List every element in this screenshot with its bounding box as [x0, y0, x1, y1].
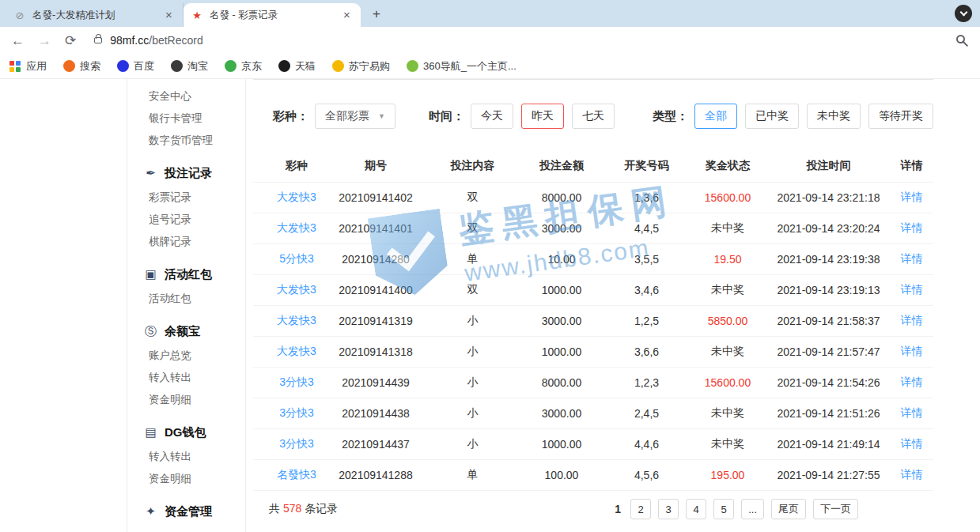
bookmark-label: 天猫: [295, 59, 316, 74]
bet-content: 单: [427, 468, 518, 482]
back-icon[interactable]: ←: [11, 34, 25, 47]
column-header: 期号: [324, 159, 427, 173]
tab-close-icon[interactable]: ×: [162, 9, 176, 22]
draw-numbers: 3,5,5: [605, 253, 688, 266]
browser-menu-button[interactable]: [955, 5, 972, 22]
360-favicon: [407, 60, 418, 72]
draw-numbers: 3,4,6: [605, 284, 688, 296]
sidebar-item[interactable]: 安全中心: [149, 85, 245, 108]
bet-amount: 3000.00: [518, 407, 605, 420]
bookmark-label: 淘宝: [187, 59, 208, 74]
detail-link[interactable]: 详情: [890, 375, 933, 390]
sidebar-section[interactable]: Ⓢ余额宝: [144, 318, 245, 345]
bookmark-label: 搜索: [80, 59, 100, 74]
sidebar-item-label: 银行卡管理: [149, 111, 202, 126]
forward-icon[interactable]: →: [38, 34, 51, 47]
page-button[interactable]: 5: [713, 499, 734, 519]
wallet-icon: ▤: [144, 425, 157, 440]
bookmark-label: 百度: [134, 59, 154, 74]
key-icon[interactable]: [956, 35, 969, 46]
time-filter-button[interactable]: 今天: [471, 104, 513, 129]
sidebar-item[interactable]: 追号记录: [149, 209, 245, 231]
prize-status: 未中奖: [688, 221, 767, 236]
page-button[interactable]: ...: [741, 499, 764, 519]
detail-link[interactable]: 详情: [890, 314, 933, 328]
detail-link[interactable]: 详情: [890, 221, 933, 236]
detail-link[interactable]: 详情: [890, 345, 933, 359]
lottery-select[interactable]: 全部彩票 ▼: [315, 104, 395, 129]
bet-amount: 3000.00: [518, 222, 605, 235]
sidebar-item[interactable]: 活动红包: [149, 288, 245, 310]
bet-content: 双: [427, 221, 518, 236]
bet-time: 2021-09-14 23:20:24: [767, 222, 890, 235]
browser-tab-plan[interactable]: ⊘ 名發-大发精准计划 ×: [6, 3, 184, 27]
bookmark-item[interactable]: 天猫: [278, 59, 316, 74]
bookmark-item[interactable]: 苏宁易购: [332, 59, 390, 74]
bet-content: 双: [427, 191, 518, 205]
lock-icon: [94, 37, 102, 43]
tab-favicon-icon: ★: [191, 9, 203, 21]
sidebar-section[interactable]: ▤DG钱包: [144, 419, 245, 446]
sidebar-item-label: 安全中心: [149, 89, 191, 104]
lottery-name: 大发快3: [269, 221, 324, 236]
sidebar-section[interactable]: ✒投注记录: [144, 160, 245, 187]
issue-number: 20210914280: [324, 253, 427, 266]
time-filter-button[interactable]: 昨天: [521, 104, 564, 129]
browser-tab-bet-record[interactable]: ★ 名發 - 彩票记录 ×: [184, 3, 361, 27]
prize-status: 未中奖: [688, 406, 767, 421]
bookmark-item[interactable]: 360导航_一个主页...: [407, 59, 516, 74]
detail-link[interactable]: 详情: [890, 468, 933, 482]
sidebar-section[interactable]: ▣活动红包: [144, 261, 245, 288]
bookmark-item[interactable]: 京东: [225, 59, 262, 74]
time-filter-group: 今天昨天七天: [471, 104, 615, 129]
tab-close-icon[interactable]: ×: [340, 9, 354, 22]
sidebar-item[interactable]: 账户总览: [149, 345, 245, 367]
lottery-name: 名發快3: [269, 468, 324, 482]
detail-link[interactable]: 详情: [890, 191, 933, 205]
detail-link[interactable]: 详情: [890, 252, 933, 266]
bookmarks-bar: 应用 搜索百度淘宝京东天猫苏宁易购360导航_一个主页...: [0, 54, 980, 79]
sidebar-item-label: 数字货币管理: [149, 134, 213, 148]
type-filter-button[interactable]: 全部: [694, 104, 737, 129]
reload-icon[interactable]: ⟳: [65, 34, 76, 47]
sidebar-item[interactable]: 转入转出: [149, 446, 245, 468]
bookmark-item[interactable]: 百度: [117, 59, 154, 74]
bookmark-item[interactable]: 搜索: [63, 59, 100, 74]
sidebar-item-label: 资金明细: [149, 393, 191, 407]
sidebar-item[interactable]: 转入转出: [149, 367, 245, 389]
page-button[interactable]: 2: [630, 499, 651, 519]
detail-link[interactable]: 详情: [890, 283, 933, 297]
bet-content: 双: [427, 283, 518, 297]
type-filter-button[interactable]: 已中奖: [745, 104, 799, 129]
url-text[interactable]: 98mf.cc/betRecord: [110, 34, 203, 47]
page-button[interactable]: 3: [658, 499, 679, 519]
apps-button[interactable]: 应用: [9, 59, 47, 74]
detail-link[interactable]: 详情: [890, 406, 933, 421]
sidebar-item[interactable]: 数字货币管理: [149, 130, 245, 152]
sidebar: 安全中心银行卡管理数字货币管理✒投注记录彩票记录追号记录棋牌记录▣活动红包活动红…: [127, 79, 246, 532]
table-row: 5分快320210914280单10.003,5,519.502021-09-1…: [253, 244, 933, 275]
bet-content: 小: [427, 314, 518, 328]
column-header: 投注时间: [767, 159, 890, 173]
pagination-bar: 共578条记录 12345...尾页下一页: [253, 491, 933, 527]
new-tab-button[interactable]: +: [366, 4, 387, 25]
bet-amount: 1000.00: [518, 345, 605, 358]
bet-time: 2021-09-14 21:49:14: [767, 438, 890, 451]
type-filter-button[interactable]: 等待开奖: [868, 104, 933, 129]
page-button[interactable]: 下一页: [813, 499, 858, 519]
bookmark-item[interactable]: 淘宝: [171, 59, 208, 74]
page-button[interactable]: 尾页: [771, 499, 806, 519]
detail-link[interactable]: 详情: [890, 437, 933, 451]
sidebar-item[interactable]: 棋牌记录: [149, 231, 245, 253]
sidebar-item[interactable]: 银行卡管理: [149, 108, 245, 130]
type-filter-button[interactable]: 未中奖: [807, 104, 861, 129]
sidebar-item[interactable]: 彩票记录: [149, 187, 245, 209]
sidebar-item-label: 活动红包: [165, 267, 212, 282]
baidu-favicon: [117, 60, 129, 72]
time-filter-button[interactable]: 七天: [572, 104, 615, 129]
sidebar-item[interactable]: 资金明细: [149, 389, 245, 411]
sidebar-item[interactable]: 资金明细: [149, 468, 245, 490]
sidebar-section[interactable]: ✦资金管理: [144, 498, 245, 525]
page-button[interactable]: 4: [686, 499, 706, 519]
sidebar-item-label: 棋牌记录: [149, 235, 191, 249]
